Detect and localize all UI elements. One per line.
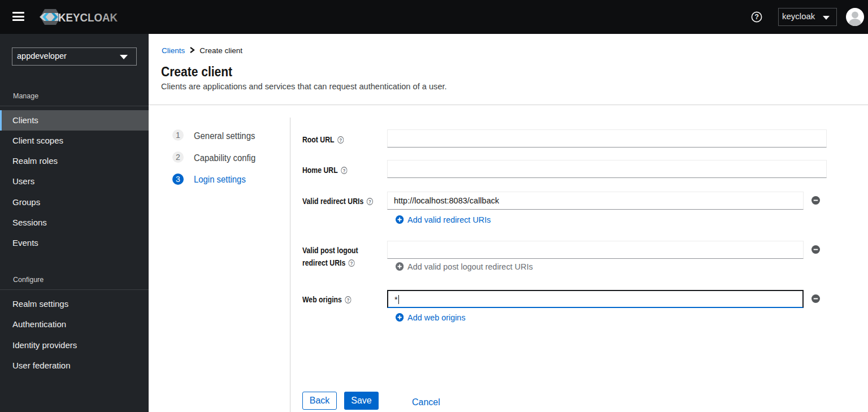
svg-text:KEYCLOAK: KEYCLOAK: [58, 11, 118, 24]
svg-text:?: ?: [368, 199, 371, 205]
svg-text:?: ?: [350, 261, 353, 266]
svg-text:?: ?: [342, 168, 345, 174]
svg-text:?: ?: [754, 13, 759, 21]
svg-text:?: ?: [339, 137, 342, 143]
svg-text:?: ?: [347, 297, 350, 303]
